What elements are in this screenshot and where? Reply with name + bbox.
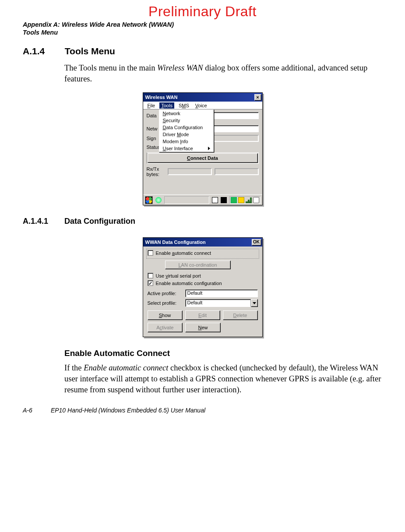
power-icon[interactable]: [253, 197, 259, 203]
active-profile-field: Default: [185, 289, 258, 297]
lan-coordination-button: LAN co-ordination: [165, 261, 231, 269]
subsection-title: Data Configuration: [64, 217, 135, 225]
window-title: WWAN Data Configuration: [145, 240, 206, 245]
running-header: Appendix A: Wireless Wide Area Network (…: [23, 21, 382, 36]
edit-button: Edit: [185, 310, 220, 320]
chevron-down-icon[interactable]: [251, 299, 258, 307]
submenu-arrow-icon: [208, 147, 210, 150]
signal-icon[interactable]: [246, 197, 252, 203]
wwan-data-configuration-window: WWAN Data Configuration OK Enable automa…: [143, 237, 263, 337]
enable-auto-configuration-checkbox[interactable]: [148, 280, 153, 286]
page-footer: A-6 EP10 Hand-Held (Windows Embedded 6.5…: [23, 407, 382, 414]
running-header-line2: Tools Menu: [23, 28, 382, 36]
battery-icon[interactable]: [238, 197, 244, 203]
delete-button: Delete: [223, 310, 258, 320]
subsection-number: A.1.4.1: [23, 217, 62, 226]
paragraph-body: If the Enable automatic connect checkbox…: [64, 363, 382, 395]
taskbar-spacer: [164, 196, 209, 204]
page-number: A-6: [23, 407, 49, 414]
enable-auto-connect-checkbox[interactable]: [148, 250, 153, 256]
wireless-wan-window: Wireless WAN × File Tools SMS Voice Netw…: [143, 92, 263, 205]
use-virtual-serial-port-label: Use virtual serial port: [156, 273, 201, 278]
new-button[interactable]: New: [185, 323, 221, 332]
globe-icon[interactable]: [155, 197, 162, 203]
close-button[interactable]: ×: [254, 94, 261, 101]
menu-item-modem-info[interactable]: Modem Info: [159, 138, 214, 145]
section-body: The Tools menu in the main Wireless WAN …: [64, 63, 382, 85]
rx-bytes-field: [168, 168, 212, 175]
menu-voice[interactable]: Voice: [194, 102, 209, 109]
section-title: Tools Menu: [65, 46, 115, 56]
tools-dropdown: Network Security Data Configuration Driv…: [159, 109, 214, 152]
taskbar[interactable]: [143, 194, 262, 205]
active-profile-label: Active profile:: [148, 291, 183, 296]
start-button-icon[interactable]: [145, 196, 153, 204]
section-heading: A.1.4 Tools Menu: [23, 46, 382, 56]
system-tray: [229, 196, 261, 204]
section-number: A.1.4: [23, 46, 62, 56]
enable-auto-connect-label: Enable automatic connect: [156, 250, 211, 256]
enable-auto-configuration-label: Enable automatic configuration: [156, 281, 222, 286]
window-title: Wireless WAN: [145, 95, 178, 100]
titlebar[interactable]: Wireless WAN ×: [143, 93, 262, 102]
menu-item-driver-mode[interactable]: Driver Mode: [159, 131, 214, 138]
form-area: Enable automatic connect LAN co-ordinati…: [143, 247, 262, 337]
menu-item-data-configuration[interactable]: Data Configuration: [159, 124, 214, 131]
show-button[interactable]: Show: [148, 310, 183, 320]
phone-icon[interactable]: [231, 197, 237, 203]
activate-button: Activate: [148, 323, 183, 332]
connect-data-button[interactable]: Connect Data: [148, 153, 258, 163]
tx-bytes-field: [215, 168, 259, 175]
select-profile-label: Select profile:: [148, 300, 183, 306]
preliminary-draft-watermark: Preliminary Draft: [23, 4, 382, 20]
ok-button[interactable]: OK: [252, 239, 261, 246]
menu-file[interactable]: File: [146, 102, 157, 109]
menubar: File Tools SMS Voice Network Security Da…: [143, 102, 262, 109]
select-profile-value: Default: [185, 299, 251, 307]
menu-sms[interactable]: SMS: [177, 102, 191, 109]
select-profile-combo[interactable]: Default: [185, 299, 258, 307]
menu-item-network[interactable]: Network: [159, 110, 214, 117]
rxtx-label: Rx/Txbytes:: [147, 166, 165, 177]
running-header-line1: Appendix A: Wireless Wide Area Network (…: [23, 21, 382, 28]
menu-item-security[interactable]: Security: [159, 117, 214, 124]
manual-title: EP10 Hand-Held (Windows Embedded 6.5) Us…: [51, 407, 205, 414]
tray-icon-b[interactable]: [221, 197, 227, 203]
titlebar[interactable]: WWAN Data Configuration OK: [143, 238, 262, 247]
menu-tools[interactable]: Tools: [159, 102, 174, 109]
subsection-heading: A.1.4.1 Data Configuration: [23, 217, 382, 226]
menu-item-user-interface[interactable]: User Interface: [159, 145, 214, 152]
use-virtual-serial-port-checkbox[interactable]: [148, 273, 153, 278]
paragraph-heading: Enable Automatic Connect: [64, 349, 382, 358]
tray-icon-a[interactable]: [212, 197, 218, 203]
